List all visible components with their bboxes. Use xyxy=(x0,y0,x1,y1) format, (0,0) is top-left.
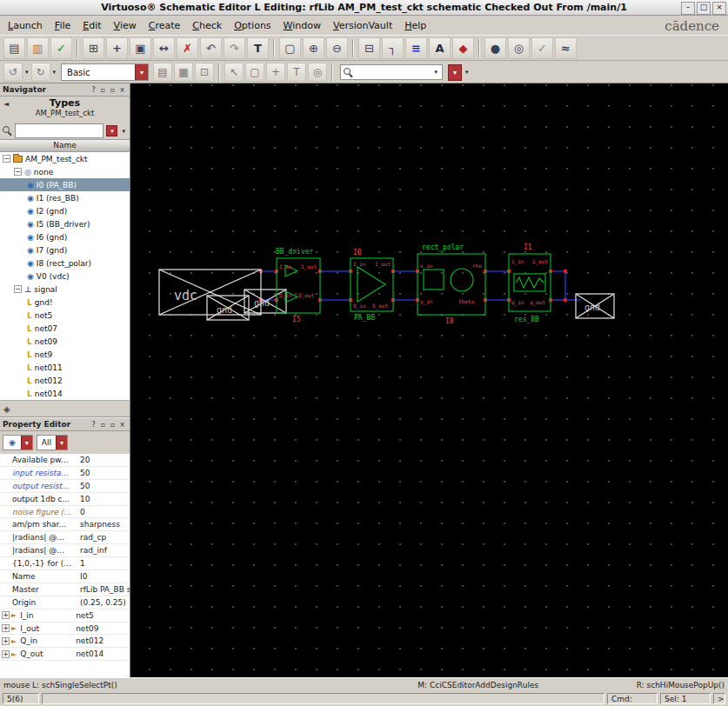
dock-panel-icon[interactable]: ▫ xyxy=(108,421,117,429)
area-select-icon[interactable]: ▢ xyxy=(245,63,264,82)
tree-item-signal[interactable]: L gnd! xyxy=(0,296,130,309)
property-value[interactable]: rad_inf xyxy=(80,546,130,555)
chevron-down-icon[interactable]: ▾ xyxy=(56,436,67,450)
tree-item-instance[interactable]: ◉ I5 (BB_driver) xyxy=(0,217,130,230)
port-net-value[interactable]: net09 xyxy=(76,624,130,633)
move-cursor-icon[interactable]: + xyxy=(266,63,285,82)
float-panel-icon[interactable]: ▫ xyxy=(98,86,108,94)
close-button[interactable]: × xyxy=(712,2,726,15)
help-icon[interactable]: ? xyxy=(89,421,98,429)
property-row[interactable]: Name I0 xyxy=(0,570,130,583)
tree-item-instance[interactable]: ◉ I1 (res_BB) xyxy=(0,191,130,204)
redo-icon[interactable]: ↷ xyxy=(224,37,245,59)
port-net-value[interactable]: net014 xyxy=(76,649,130,658)
menu-file[interactable]: File xyxy=(49,18,77,33)
navigator-search-input[interactable] xyxy=(15,123,104,138)
collapse-icon[interactable]: − xyxy=(14,168,22,176)
search-filter-dropdown[interactable]: ▾ xyxy=(106,125,117,137)
chevron-down-icon[interactable]: ▾ xyxy=(135,64,148,80)
property-row[interactable]: output resist... 50 xyxy=(0,480,130,493)
instance-pa-bb[interactable]: I0 PA_BB I_in I_out Q_in Q_out xyxy=(351,249,393,322)
port-net-value[interactable]: net012 xyxy=(76,636,130,645)
menu-window[interactable]: Window xyxy=(277,18,327,33)
menu-versionvault[interactable]: VersionVault xyxy=(327,18,398,33)
expand-icon[interactable]: + xyxy=(2,650,10,658)
select-cursor-icon[interactable]: ↖ xyxy=(224,63,244,82)
property-icon[interactable]: T xyxy=(247,37,269,59)
minimize-button[interactable]: – xyxy=(681,2,695,15)
delete-icon[interactable]: ✗ xyxy=(177,37,198,59)
tree-item-signal[interactable]: L net012 xyxy=(0,374,130,387)
chevron-down-icon[interactable]: ▾ xyxy=(25,69,29,76)
navigator-footer-icon[interactable]: ◈ xyxy=(3,404,10,414)
property-row[interactable]: output 1db c... 10 xyxy=(0,493,130,506)
tree-group-signal[interactable]: − ⊥ signal xyxy=(0,283,130,296)
menu-launch[interactable]: Launch xyxy=(2,18,49,33)
help-icon[interactable]: ? xyxy=(89,86,98,94)
property-row[interactable]: am/pm shar... sharpness xyxy=(0,518,130,531)
property-value[interactable]: 20 xyxy=(80,456,130,464)
open-icon[interactable]: ▥ xyxy=(27,37,49,59)
collapse-icon[interactable]: − xyxy=(3,155,10,163)
options-icon[interactable]: ≈ xyxy=(555,37,577,59)
collapse-icon[interactable]: − xyxy=(14,285,22,293)
tree-item-instance[interactable]: ◉ V0 (vdc) xyxy=(0,270,130,283)
new-cellview-icon[interactable]: ▤ xyxy=(3,37,25,59)
close-panel-icon[interactable]: × xyxy=(117,421,127,429)
back-arrow-icon[interactable]: ◄ xyxy=(3,100,9,108)
port-net-value[interactable]: net5 xyxy=(76,611,130,620)
status-expand-button[interactable]: > xyxy=(713,693,725,704)
instance-rect-polar[interactable]: rect_polar I8 x_in rho y_in theta xyxy=(417,243,485,325)
tree-root[interactable]: − AM_PM_test_ckt xyxy=(0,152,130,165)
instance-gnd-right[interactable]: gnd xyxy=(576,294,614,318)
search-scope-dropdown[interactable]: ▾ xyxy=(448,64,462,81)
zoom-fit-icon[interactable]: ▢ xyxy=(279,37,301,59)
name-column-header[interactable]: Name xyxy=(0,139,130,152)
property-value[interactable]: 0 xyxy=(80,508,130,516)
expand-icon[interactable]: + xyxy=(2,624,10,632)
property-row[interactable]: input resista... 50 xyxy=(0,467,130,480)
text-cursor-icon[interactable]: T xyxy=(287,63,306,82)
menu-help[interactable]: Help xyxy=(398,18,432,33)
property-value[interactable]: (0.25, 0.25) xyxy=(80,598,130,607)
tree-item-signal[interactable]: L net5 xyxy=(0,309,130,322)
zoom-out-icon[interactable]: ⊖ xyxy=(326,37,348,59)
undo-icon[interactable]: ↶ xyxy=(200,37,222,59)
close-panel-icon[interactable]: × xyxy=(117,86,127,94)
descend-icon[interactable]: ⊞ xyxy=(83,37,104,59)
chevron-down-icon[interactable]: ▾ xyxy=(435,69,438,76)
tree-item-signal[interactable]: L net07 xyxy=(0,322,130,335)
property-value[interactable]: 50 xyxy=(80,469,130,477)
save-icon[interactable]: ✓ xyxy=(50,37,72,59)
stretch-icon[interactable]: ↔ xyxy=(153,37,175,59)
print-icon[interactable]: ▤ xyxy=(153,63,172,82)
property-scope-select[interactable]: All ▾ xyxy=(37,435,68,450)
property-row[interactable]: noise figure (... 0 xyxy=(0,506,130,519)
menu-view[interactable]: View xyxy=(108,18,143,33)
tree-item-instance[interactable]: ◉ I2 (gnd) xyxy=(0,204,130,217)
port-row[interactable]: + ► I_in net5 xyxy=(0,609,130,623)
solder-dot-icon[interactable]: ● xyxy=(484,37,506,59)
tree-item-signal[interactable]: L net9 xyxy=(0,348,130,361)
pin-icon[interactable]: ◆ xyxy=(452,37,474,59)
copy-icon[interactable]: ▣ xyxy=(130,37,151,59)
port-row[interactable]: + ► Q_out net014 xyxy=(0,648,130,661)
chevron-down-icon[interactable]: ▾ xyxy=(122,128,125,135)
menu-options[interactable]: Options xyxy=(228,18,277,33)
chevron-down-icon[interactable]: ▾ xyxy=(465,69,469,76)
wire-icon[interactable]: ┐ xyxy=(382,37,404,59)
port-row[interactable]: + ► I_out net09 xyxy=(0,623,130,636)
probe-cursor-icon[interactable]: ◎ xyxy=(308,63,327,82)
tree-item-signal[interactable]: L net011 xyxy=(0,361,130,374)
wire-label-icon[interactable]: A xyxy=(429,37,451,59)
toolbar-search-input[interactable] xyxy=(356,65,430,79)
property-value[interactable]: sharpness xyxy=(80,520,130,529)
chevron-down-icon[interactable]: ▾ xyxy=(53,69,57,76)
grid-icon[interactable]: ▦ xyxy=(174,63,193,82)
dock-panel-icon[interactable]: ▫ xyxy=(108,86,117,94)
snap-icon[interactable]: ⊡ xyxy=(195,63,214,82)
property-row[interactable]: |radians| @... rad_cp xyxy=(0,531,130,544)
property-row[interactable]: |radians| @... rad_inf xyxy=(0,544,130,557)
property-row[interactable]: Master rfLib PA_BB sy xyxy=(0,583,130,596)
property-value[interactable]: I0 xyxy=(80,572,130,581)
